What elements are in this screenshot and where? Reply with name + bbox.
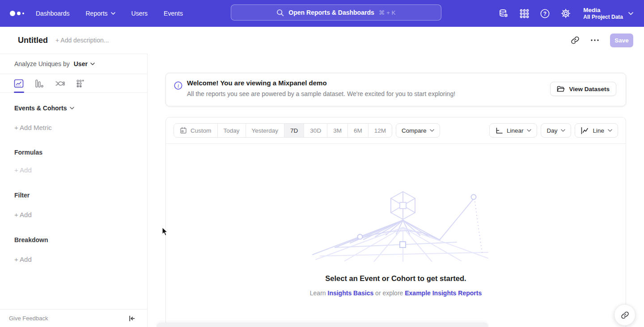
events-cohorts-section-header[interactable]: Events & Cohorts: [14, 105, 147, 112]
date-range-custom[interactable]: Custom: [174, 124, 217, 137]
nav-events[interactable]: Events: [164, 10, 183, 17]
global-search[interactable]: Open Reports & Dashboards ⌘ + K: [231, 4, 441, 21]
search-shortcut: ⌘ + K: [379, 9, 396, 16]
empty-state-title: Select an Event or Cohort to get started…: [166, 274, 626, 283]
add-filter-button[interactable]: + Add: [14, 211, 147, 218]
search-icon: [276, 9, 284, 17]
breakdown-section-header: Breakdown: [14, 236, 147, 243]
empty-state-illustration: [309, 188, 497, 262]
report-description-placeholder[interactable]: + Add description...: [55, 37, 109, 44]
sidebar-sections: Events & Cohorts + Add Metric Formulas +…: [0, 105, 147, 263]
view-datasets-button[interactable]: View Datasets: [550, 82, 616, 96]
date-range-6m[interactable]: 6M: [347, 124, 368, 137]
report-type-tabs: [0, 74, 147, 93]
svg-text:?: ?: [543, 10, 547, 17]
events-cohorts-label: Events & Cohorts: [14, 105, 67, 112]
link-icon: [621, 311, 629, 319]
date-range-3m[interactable]: 3M: [327, 124, 347, 137]
tab-funnels[interactable]: [29, 74, 50, 92]
chevron-down-icon: [608, 129, 612, 132]
add-breakdown-button[interactable]: + Add: [14, 256, 147, 263]
analyze-by-selector[interactable]: User: [74, 60, 95, 67]
primary-nav: Dashboards Reports Users Events: [36, 10, 183, 17]
nav-reports-label: Reports: [86, 10, 108, 17]
view-datasets-label: View Datasets: [569, 86, 610, 92]
analyze-prefix-label: Analyze Uniques by: [14, 60, 70, 67]
query-builder-sidebar: Analyze Uniques by User: [0, 54, 148, 327]
add-metric-button[interactable]: + Add Metric: [14, 124, 147, 131]
compare-label: Compare: [402, 127, 427, 134]
more-ellipsis-icon[interactable]: [590, 39, 599, 42]
logo-dot-icon: [10, 11, 15, 16]
example-insights-reports-link[interactable]: Example Insights Reports: [405, 289, 482, 297]
learn-prefix-text: Learn: [310, 289, 326, 297]
welcome-banner: i Welcome! You are viewing a Mixpanel de…: [165, 73, 626, 106]
date-range-yesterday[interactable]: Yesterday: [246, 124, 284, 137]
report-controls: Custom Today Yesterday 7D 30D 3M 6M 12M …: [166, 117, 626, 144]
formulas-section-header: Formulas: [14, 149, 147, 156]
date-range-today[interactable]: Today: [217, 124, 246, 137]
chevron-down-icon: [90, 63, 95, 65]
report-actions: Save: [571, 27, 633, 54]
search-label: Open Reports & Dashboards: [288, 9, 374, 16]
info-icon: i: [174, 81, 182, 90]
analyze-by-value: User: [74, 60, 88, 67]
floating-share-button[interactable]: [614, 304, 636, 326]
report-title[interactable]: Untitled: [18, 36, 48, 45]
interval-selector[interactable]: Day: [541, 123, 571, 138]
insights-basics-link[interactable]: Insights Basics: [328, 289, 374, 297]
nav-reports[interactable]: Reports: [86, 10, 115, 17]
collapse-sidebar-icon[interactable]: [128, 315, 136, 322]
project-selector[interactable]: Media All Project Data: [583, 6, 633, 21]
banner-title: Welcome! You are viewing a Mixpanel demo: [187, 79, 327, 87]
date-range-7d[interactable]: 7D: [284, 124, 304, 137]
mixpanel-logo[interactable]: [10, 11, 30, 16]
chevron-down-icon: [561, 129, 565, 132]
chevron-down-icon: [70, 107, 74, 109]
nav-users[interactable]: Users: [131, 10, 148, 17]
data-management-icon[interactable]: [498, 8, 509, 19]
scale-label: Linear: [507, 127, 524, 134]
chevron-down-icon: [628, 12, 633, 15]
date-range-label: Custom: [191, 127, 212, 134]
analyze-row: Analyze Uniques by User: [0, 54, 147, 74]
logo-dot-icon: [17, 12, 21, 15]
date-range-12m[interactable]: 12M: [368, 124, 392, 137]
chart-display-controls: Linear Day Line: [489, 123, 618, 138]
interval-label: Day: [547, 127, 557, 134]
calendar-icon: [180, 127, 187, 134]
tab-retention[interactable]: [70, 74, 91, 92]
scale-selector[interactable]: Linear: [489, 123, 538, 138]
line-chart-icon: [580, 127, 589, 134]
insights-report-card: Custom Today Yesterday 7D 30D 3M 6M 12M …: [165, 117, 626, 327]
gear-icon[interactable]: [560, 8, 571, 19]
folder-icon: [557, 86, 565, 92]
or-explore-text: or explore: [375, 289, 403, 297]
insights-tab-icon: [14, 79, 24, 88]
breakdown-panel-edge[interactable]: [157, 323, 488, 327]
nav-right-cluster: ? Media All Project Data: [498, 0, 633, 27]
retention-tab-icon: [76, 79, 85, 88]
copy-link-icon[interactable]: [571, 36, 580, 45]
add-formula-button[interactable]: + Add: [14, 166, 147, 174]
apps-grid-icon[interactable]: [519, 8, 530, 19]
date-range-segmented-control: Custom Today Yesterday 7D 30D 3M 6M 12M: [174, 123, 392, 138]
date-range-30d[interactable]: 30D: [304, 124, 327, 137]
project-name: Media: [583, 6, 623, 14]
chevron-down-icon: [430, 129, 434, 132]
tab-flows[interactable]: [50, 74, 70, 92]
compare-button[interactable]: Compare: [396, 123, 441, 138]
logo-dot-icon: [22, 13, 24, 14]
nav-dashboards[interactable]: Dashboards: [36, 10, 70, 17]
chevron-down-icon: [527, 129, 531, 132]
tab-insights[interactable]: [8, 74, 29, 92]
empty-state-subtitle: Learn Insights Basics or explore Example…: [166, 289, 626, 297]
bar-tab-icon: [35, 79, 44, 88]
give-feedback-link[interactable]: Give Feedback: [9, 315, 48, 322]
chart-type-label: Line: [593, 127, 604, 134]
help-icon[interactable]: ?: [540, 8, 550, 19]
save-button[interactable]: Save: [610, 34, 633, 47]
chevron-down-icon: [111, 12, 115, 15]
chart-type-selector[interactable]: Line: [575, 123, 618, 138]
project-subtitle: All Project Data: [583, 14, 623, 21]
